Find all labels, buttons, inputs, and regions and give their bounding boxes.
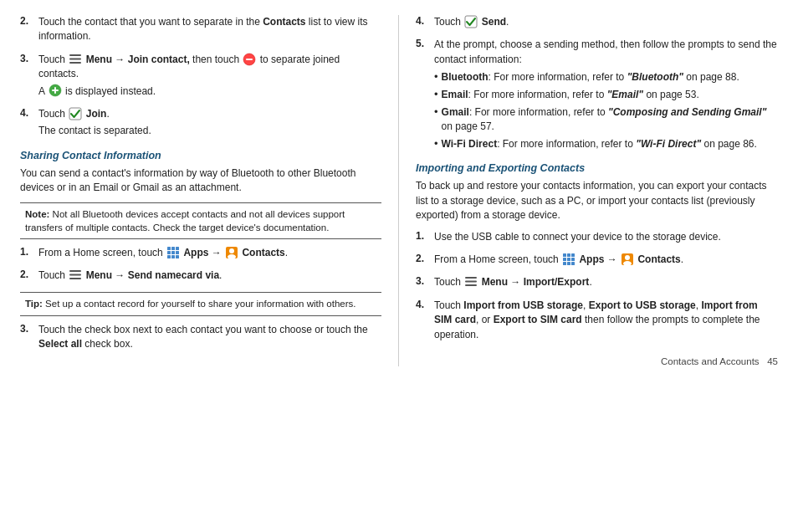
svg-point-36	[623, 261, 632, 266]
step-num: 5.	[416, 38, 429, 154]
contacts-icon	[621, 253, 634, 266]
svg-rect-0	[69, 54, 81, 56]
import-step-3: 3. Touch Menu → Import/Export.	[416, 275, 778, 292]
check-icon	[464, 15, 478, 28]
bullet: •	[434, 137, 438, 151]
apps-icon	[166, 246, 180, 259]
step-text: Touch Send.	[434, 15, 778, 29]
footer-page: 45	[767, 356, 778, 366]
step-num: 2.	[20, 269, 33, 285]
list-item: • Wi-Fi Direct: For more information, re…	[434, 137, 778, 151]
step-content: At the prompt, choose a sending method, …	[434, 38, 778, 154]
svg-rect-38	[465, 281, 477, 283]
step-2-left: 2. Touch the contact that you want to se…	[20, 15, 381, 47]
step-text: Touch Join.	[38, 107, 381, 121]
contacts-icon	[225, 246, 238, 259]
svg-rect-9	[167, 247, 171, 250]
check-icon	[69, 107, 82, 120]
export-usb-label: Export to USB storage	[589, 299, 696, 311]
note-box: Note: Not all Bluetooth devices accept c…	[20, 202, 381, 239]
step-4-right: 4. Touch Send.	[416, 15, 778, 32]
bluetooth-label: Bluetooth	[442, 71, 489, 83]
item-text: Email: For more information, refer to "E…	[442, 88, 699, 102]
wifidirect-ref: "Wi-Fi Direct"	[636, 138, 701, 150]
sub-text: A is displayed instead.	[38, 84, 381, 99]
menu-join-text: Menu → Join contact,	[86, 54, 190, 65]
step-text: Touch Menu → Join contact, then touch to…	[38, 53, 381, 82]
svg-rect-22	[69, 274, 81, 275]
step-num: 3.	[416, 275, 429, 292]
page-layout: 2. Touch the contact that you want to se…	[20, 15, 778, 366]
note-label: Note:	[25, 209, 49, 219]
step-5-right: 5. At the prompt, choose a sending metho…	[416, 38, 778, 154]
step-content: Use the USB cable to connect your device…	[434, 230, 778, 247]
step-text: From a Home screen, touch Apps →	[434, 253, 778, 267]
apps-label: Apps	[183, 247, 208, 258]
menu-icon	[69, 54, 82, 65]
svg-rect-33	[571, 262, 575, 265]
step-text: From a Home screen, touch Apps →	[38, 246, 381, 260]
svg-rect-10	[171, 247, 175, 250]
select-all-text: Select all	[38, 338, 82, 350]
email-ref: "Email"	[607, 89, 643, 100]
step-text: Touch the contact that you want to separ…	[38, 15, 381, 44]
step-text: Use the USB cable to connect your device…	[434, 230, 778, 244]
svg-rect-37	[465, 277, 477, 279]
svg-point-19	[229, 248, 234, 253]
sending-methods-list: • Bluetooth: For more information, refer…	[434, 70, 778, 151]
item-text: Bluetooth: For more information, refer t…	[442, 70, 739, 84]
step-text: Touch Import from USB storage, Export to…	[434, 299, 778, 342]
step-num: 2.	[20, 15, 33, 47]
menu-import-text: Menu → Import/Export	[482, 276, 590, 288]
step-text: At the prompt, choose a sending method, …	[434, 38, 778, 67]
svg-rect-23	[69, 278, 81, 279]
bullet: •	[434, 105, 438, 134]
sharing-intro: You can send a contact's information by …	[20, 166, 381, 196]
svg-rect-12	[167, 251, 171, 254]
svg-rect-17	[176, 255, 179, 258]
menu-icon	[464, 276, 478, 288]
svg-rect-4	[246, 59, 253, 60]
bullet: •	[434, 88, 438, 102]
svg-rect-32	[567, 262, 570, 265]
svg-rect-30	[571, 258, 575, 261]
step-num: 1.	[416, 230, 429, 247]
menu-send-text: Menu → Send namecard via	[86, 269, 219, 281]
sub-text: The contact is separated.	[38, 124, 381, 138]
apps-label: Apps	[579, 253, 604, 265]
sharing-heading: Sharing Contact Information	[20, 150, 381, 161]
note-text: Not all Bluetooth devices accept contact…	[25, 209, 345, 233]
left-column: 2. Touch the contact that you want to se…	[20, 15, 399, 366]
svg-rect-26	[567, 253, 570, 257]
minus-icon	[243, 53, 256, 66]
sharing-step-2: 2. Touch Menu → Send namecard via.	[20, 269, 381, 285]
sharing-step-1: 1. From a Home screen, touch Apps →	[20, 246, 381, 263]
svg-rect-13	[171, 251, 175, 254]
item-text: Wi-Fi Direct: For more information, refe…	[442, 137, 757, 151]
step-content: Touch Send.	[434, 15, 778, 32]
bullet: •	[434, 70, 438, 84]
svg-rect-16	[171, 255, 175, 258]
step-num: 1.	[20, 246, 33, 263]
svg-rect-25	[563, 253, 566, 257]
svg-rect-11	[176, 247, 179, 250]
step-text: Touch Menu → Send namecard via.	[38, 269, 381, 283]
contacts-label: Contacts	[637, 253, 680, 265]
plus-icon	[49, 84, 62, 97]
sharing-step-3: 3. Touch the check box next to each cont…	[20, 323, 381, 355]
list-item: • Bluetooth: For more information, refer…	[434, 70, 778, 84]
step-content: Touch Menu → Join contact, then touch to…	[38, 53, 381, 101]
svg-rect-14	[176, 251, 179, 254]
email-label: Email	[442, 89, 468, 100]
step-content: From a Home screen, touch Apps →	[434, 253, 778, 269]
step-num: 3.	[20, 53, 33, 101]
svg-rect-2	[69, 62, 81, 64]
export-sim-label: Export to SIM card	[494, 314, 582, 325]
list-item: • Email: For more information, refer to …	[434, 88, 778, 102]
bluetooth-ref: "Bluetooth"	[627, 71, 683, 83]
import-step-4: 4. Touch Import from USB storage, Export…	[416, 299, 778, 345]
importing-intro: To back up and restore your contacts inf…	[416, 179, 778, 223]
step-text: Touch Menu → Import/Export.	[434, 275, 778, 289]
step-text: Touch the check box next to each contact…	[38, 323, 381, 352]
step-content: Touch Menu → Send namecard via.	[38, 269, 381, 285]
